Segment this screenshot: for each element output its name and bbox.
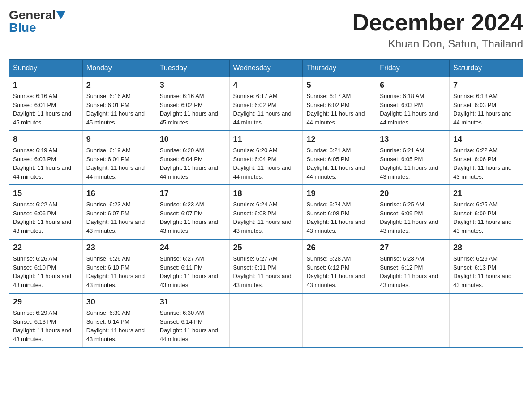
day-info: Sunrise: 6:18 AMSunset: 6:03 PMDaylight:…	[453, 93, 511, 126]
day-number: 21	[453, 189, 519, 198]
day-info: Sunrise: 6:21 AMSunset: 6:05 PMDaylight:…	[306, 147, 365, 180]
day-cell: 6 Sunrise: 6:18 AMSunset: 6:03 PMDayligh…	[376, 77, 450, 131]
day-info: Sunrise: 6:26 AMSunset: 6:10 PMDaylight:…	[13, 255, 71, 288]
day-info: Sunrise: 6:22 AMSunset: 6:06 PMDaylight:…	[13, 201, 71, 234]
day-number: 20	[380, 189, 446, 198]
day-cell: 30 Sunrise: 6:30 AMSunset: 6:14 PMDaylig…	[82, 293, 156, 347]
day-cell: 15 Sunrise: 6:22 AMSunset: 6:06 PMDaylig…	[9, 185, 83, 239]
day-number: 22	[13, 243, 79, 253]
day-number: 31	[160, 297, 226, 307]
header-row: SundayMondayTuesdayWednesdayThursdayFrid…	[9, 60, 523, 77]
logo: General Blue	[9, 9, 65, 34]
day-info: Sunrise: 6:28 AMSunset: 6:12 PMDaylight:…	[306, 255, 365, 288]
day-cell: 2 Sunrise: 6:16 AMSunset: 6:01 PMDayligh…	[82, 77, 156, 131]
header-cell-sunday: Sunday	[9, 60, 83, 77]
day-cell: 26 Sunrise: 6:28 AMSunset: 6:12 PMDaylig…	[303, 239, 376, 293]
day-number: 25	[233, 243, 299, 253]
header-cell-wednesday: Wednesday	[229, 60, 303, 77]
day-info: Sunrise: 6:24 AMSunset: 6:08 PMDaylight:…	[306, 201, 365, 234]
day-number: 8	[13, 135, 79, 144]
day-info: Sunrise: 6:30 AMSunset: 6:14 PMDaylight:…	[86, 309, 145, 342]
day-number: 26	[306, 243, 372, 253]
day-info: Sunrise: 6:17 AMSunset: 6:02 PMDaylight:…	[306, 93, 365, 126]
day-info: Sunrise: 6:19 AMSunset: 6:03 PMDaylight:…	[13, 147, 71, 180]
day-number: 2	[86, 81, 152, 90]
logo-general-text: General	[9, 9, 56, 21]
day-number: 29	[13, 297, 79, 307]
day-number: 27	[380, 243, 446, 253]
day-cell: 1 Sunrise: 6:16 AMSunset: 6:01 PMDayligh…	[9, 77, 83, 131]
day-info: Sunrise: 6:19 AMSunset: 6:04 PMDaylight:…	[86, 147, 145, 180]
day-cell: 12 Sunrise: 6:21 AMSunset: 6:05 PMDaylig…	[303, 131, 376, 185]
week-row-1: 1 Sunrise: 6:16 AMSunset: 6:01 PMDayligh…	[9, 77, 523, 131]
day-number: 23	[86, 243, 152, 253]
day-cell: 18 Sunrise: 6:24 AMSunset: 6:08 PMDaylig…	[229, 185, 303, 239]
day-info: Sunrise: 6:18 AMSunset: 6:03 PMDaylight:…	[380, 93, 438, 126]
header-cell-friday: Friday	[376, 60, 450, 77]
day-number: 14	[453, 135, 519, 144]
day-cell	[376, 293, 450, 347]
day-cell: 17 Sunrise: 6:23 AMSunset: 6:07 PMDaylig…	[156, 185, 229, 239]
day-info: Sunrise: 6:22 AMSunset: 6:06 PMDaylight:…	[453, 147, 511, 180]
day-info: Sunrise: 6:16 AMSunset: 6:02 PMDaylight:…	[160, 93, 218, 126]
day-number: 30	[86, 297, 152, 307]
day-info: Sunrise: 6:27 AMSunset: 6:11 PMDaylight:…	[160, 255, 218, 288]
day-number: 13	[380, 135, 446, 144]
day-cell: 13 Sunrise: 6:21 AMSunset: 6:05 PMDaylig…	[376, 131, 450, 185]
day-info: Sunrise: 6:26 AMSunset: 6:10 PMDaylight:…	[86, 255, 145, 288]
week-row-2: 8 Sunrise: 6:19 AMSunset: 6:03 PMDayligh…	[9, 131, 523, 185]
page-header: General Blue December 2024 Khuan Don, Sa…	[9, 9, 523, 50]
day-cell: 23 Sunrise: 6:26 AMSunset: 6:10 PMDaylig…	[82, 239, 156, 293]
day-number: 17	[160, 189, 226, 198]
day-info: Sunrise: 6:29 AMSunset: 6:13 PMDaylight:…	[453, 255, 511, 288]
day-cell	[229, 293, 303, 347]
day-info: Sunrise: 6:23 AMSunset: 6:07 PMDaylight:…	[160, 201, 218, 234]
day-number: 18	[233, 189, 299, 198]
week-row-5: 29 Sunrise: 6:29 AMSunset: 6:13 PMDaylig…	[9, 293, 523, 347]
logo-triangle-icon	[56, 11, 65, 19]
title-area: December 2024 Khuan Don, Satun, Thailand	[352, 9, 523, 50]
day-number: 12	[306, 135, 372, 144]
day-number: 19	[306, 189, 372, 198]
day-cell	[450, 293, 523, 347]
day-cell: 21 Sunrise: 6:25 AMSunset: 6:09 PMDaylig…	[450, 185, 523, 239]
header-cell-thursday: Thursday	[303, 60, 376, 77]
day-number: 10	[160, 135, 226, 144]
day-cell: 11 Sunrise: 6:20 AMSunset: 6:04 PMDaylig…	[229, 131, 303, 185]
day-cell: 4 Sunrise: 6:17 AMSunset: 6:02 PMDayligh…	[229, 77, 303, 131]
day-number: 1	[13, 81, 79, 90]
day-number: 28	[453, 243, 519, 253]
location-title: Khuan Don, Satun, Thailand	[352, 38, 523, 50]
day-cell: 5 Sunrise: 6:17 AMSunset: 6:02 PMDayligh…	[303, 77, 376, 131]
day-info: Sunrise: 6:25 AMSunset: 6:09 PMDaylight:…	[380, 201, 438, 234]
header-cell-tuesday: Tuesday	[156, 60, 229, 77]
day-cell: 9 Sunrise: 6:19 AMSunset: 6:04 PMDayligh…	[82, 131, 156, 185]
day-info: Sunrise: 6:20 AMSunset: 6:04 PMDaylight:…	[160, 147, 218, 180]
day-cell: 25 Sunrise: 6:27 AMSunset: 6:11 PMDaylig…	[229, 239, 303, 293]
day-cell: 29 Sunrise: 6:29 AMSunset: 6:13 PMDaylig…	[9, 293, 83, 347]
day-info: Sunrise: 6:27 AMSunset: 6:11 PMDaylight:…	[233, 255, 292, 288]
day-cell: 20 Sunrise: 6:25 AMSunset: 6:09 PMDaylig…	[376, 185, 450, 239]
day-number: 5	[306, 81, 372, 90]
day-info: Sunrise: 6:29 AMSunset: 6:13 PMDaylight:…	[13, 309, 71, 342]
day-cell: 16 Sunrise: 6:23 AMSunset: 6:07 PMDaylig…	[82, 185, 156, 239]
day-number: 15	[13, 189, 79, 198]
day-info: Sunrise: 6:28 AMSunset: 6:12 PMDaylight:…	[380, 255, 438, 288]
day-cell: 28 Sunrise: 6:29 AMSunset: 6:13 PMDaylig…	[450, 239, 523, 293]
month-title: December 2024	[352, 9, 523, 36]
day-cell: 31 Sunrise: 6:30 AMSunset: 6:14 PMDaylig…	[156, 293, 229, 347]
day-number: 7	[453, 81, 519, 90]
day-info: Sunrise: 6:30 AMSunset: 6:14 PMDaylight:…	[160, 309, 218, 342]
day-info: Sunrise: 6:21 AMSunset: 6:05 PMDaylight:…	[380, 147, 438, 180]
day-cell: 7 Sunrise: 6:18 AMSunset: 6:03 PMDayligh…	[450, 77, 523, 131]
day-cell: 10 Sunrise: 6:20 AMSunset: 6:04 PMDaylig…	[156, 131, 229, 185]
day-number: 16	[86, 189, 152, 198]
day-info: Sunrise: 6:16 AMSunset: 6:01 PMDaylight:…	[13, 93, 71, 126]
calendar-table: SundayMondayTuesdayWednesdayThursdayFrid…	[9, 59, 523, 348]
day-cell: 3 Sunrise: 6:16 AMSunset: 6:02 PMDayligh…	[156, 77, 229, 131]
day-info: Sunrise: 6:24 AMSunset: 6:08 PMDaylight:…	[233, 201, 292, 234]
day-cell: 19 Sunrise: 6:24 AMSunset: 6:08 PMDaylig…	[303, 185, 376, 239]
day-cell: 14 Sunrise: 6:22 AMSunset: 6:06 PMDaylig…	[450, 131, 523, 185]
day-cell: 8 Sunrise: 6:19 AMSunset: 6:03 PMDayligh…	[9, 131, 83, 185]
day-cell: 22 Sunrise: 6:26 AMSunset: 6:10 PMDaylig…	[9, 239, 83, 293]
